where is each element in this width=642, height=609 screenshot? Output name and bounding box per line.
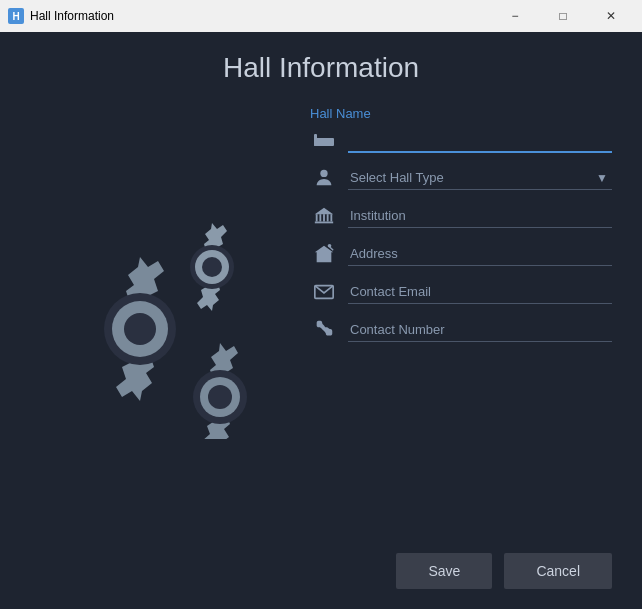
hall-name-input[interactable]: [348, 128, 612, 153]
gears-illustration: [30, 104, 290, 533]
main-content: Hall Information: [0, 32, 642, 609]
svg-point-2: [124, 313, 156, 345]
svg-rect-15: [316, 214, 318, 221]
svg-point-8: [208, 385, 232, 409]
svg-point-5: [202, 257, 222, 277]
title-bar-text: Hall Information: [30, 9, 492, 23]
hall-type-select-wrap: Select Hall Type Dormitory Conference Ha…: [348, 166, 612, 190]
window-controls: − □ ✕: [492, 0, 634, 32]
hall-name-input-wrap: [348, 128, 612, 153]
svg-rect-12: [327, 138, 333, 142]
email-input-wrap: [348, 280, 612, 304]
main-area: Hall Name: [30, 104, 612, 533]
svg-marker-20: [315, 208, 333, 214]
email-icon: [310, 278, 338, 306]
person-icon: [310, 164, 338, 192]
email-row: [310, 278, 612, 306]
svg-point-13: [320, 170, 327, 177]
hall-type-select[interactable]: Select Hall Type Dormitory Conference Ha…: [348, 166, 612, 190]
app-icon: H: [8, 8, 24, 24]
svg-rect-16: [319, 214, 321, 221]
address-row: [310, 240, 612, 268]
gears-svg: [50, 199, 270, 439]
svg-rect-19: [330, 214, 332, 221]
hall-name-row: [310, 126, 612, 154]
address-icon: [310, 240, 338, 268]
institution-input-wrap: [348, 204, 612, 228]
svg-rect-11: [320, 138, 326, 142]
maximize-button[interactable]: □: [540, 0, 586, 32]
minimize-button[interactable]: −: [492, 0, 538, 32]
svg-rect-14: [315, 222, 333, 224]
address-input[interactable]: [348, 242, 612, 266]
hall-type-row: Select Hall Type Dormitory Conference Ha…: [310, 164, 612, 192]
institution-input[interactable]: [348, 204, 612, 228]
institution-row: [310, 202, 612, 230]
bed-icon: [310, 126, 338, 154]
cancel-button[interactable]: Cancel: [504, 553, 612, 589]
button-row: Save Cancel: [30, 553, 612, 589]
svg-rect-10: [314, 134, 317, 146]
email-input[interactable]: [348, 280, 612, 304]
svg-rect-17: [323, 214, 325, 221]
phone-input-wrap: [348, 318, 612, 342]
hall-name-label: Hall Name: [310, 106, 371, 121]
save-button[interactable]: Save: [396, 553, 492, 589]
phone-row: [310, 316, 612, 344]
address-input-wrap: [348, 242, 612, 266]
close-button[interactable]: ✕: [588, 0, 634, 32]
institution-icon: [310, 202, 338, 230]
page-title: Hall Information: [223, 52, 419, 84]
svg-rect-18: [327, 214, 329, 221]
phone-icon: [310, 316, 338, 344]
phone-input[interactable]: [348, 318, 612, 342]
svg-point-22: [328, 244, 332, 248]
form-area: Hall Name: [310, 104, 612, 533]
title-bar: H Hall Information − □ ✕: [0, 0, 642, 32]
